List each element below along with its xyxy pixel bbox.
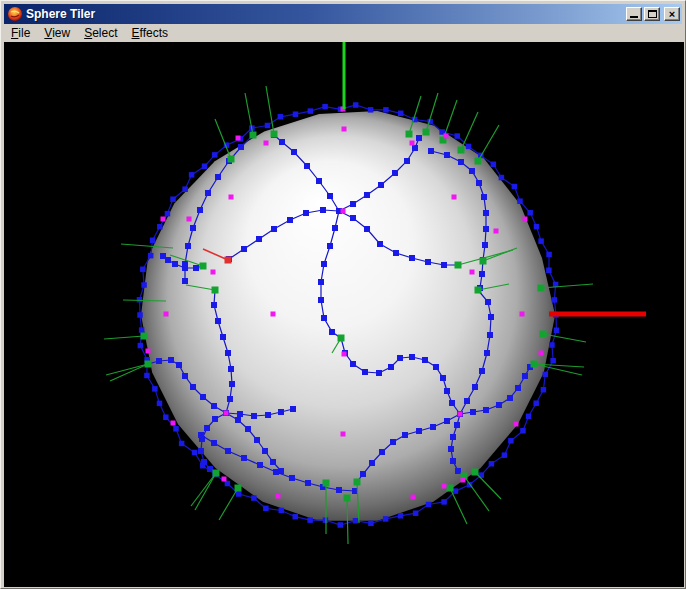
menu-bar: FileViewSelectEffects bbox=[4, 24, 682, 42]
window-title: Sphere Tiler bbox=[26, 4, 626, 24]
close-button[interactable]: × bbox=[664, 7, 680, 21]
minimize-button[interactable] bbox=[626, 7, 642, 21]
menu-item-file[interactable]: File bbox=[4, 25, 37, 41]
minimize-icon bbox=[630, 16, 638, 18]
menu-item-effects[interactable]: Effects bbox=[125, 25, 175, 41]
app-window: Sphere Tiler × FileViewSelectEffects bbox=[0, 0, 686, 589]
menu-item-select[interactable]: Select bbox=[77, 25, 124, 41]
close-icon: × bbox=[669, 9, 675, 19]
viewport-3d[interactable] bbox=[4, 42, 684, 587]
title-bar[interactable]: Sphere Tiler × bbox=[4, 4, 682, 24]
maximize-icon bbox=[648, 10, 657, 18]
maximize-button[interactable] bbox=[644, 7, 660, 21]
sphere-scene bbox=[4, 42, 684, 587]
app-icon bbox=[7, 6, 23, 22]
menu-item-view[interactable]: View bbox=[37, 25, 77, 41]
